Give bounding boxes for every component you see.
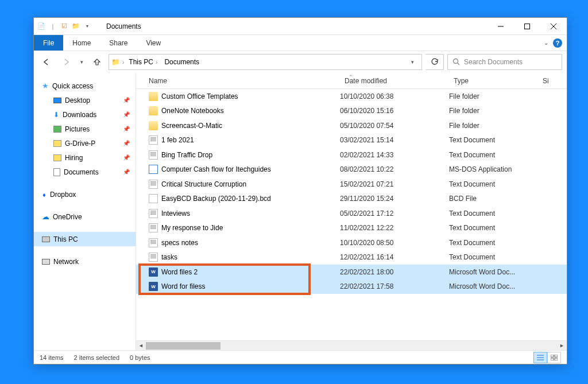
text-file-icon [149, 209, 158, 218]
ribbon-expand-icon[interactable]: ⌄ [544, 40, 548, 46]
folder-icon [53, 154, 61, 161]
pc-icon [42, 236, 50, 242]
breadcrumb-documents[interactable]: Documents [162, 57, 202, 67]
sidebar-this-pc[interactable]: This PC [34, 232, 136, 246]
file-row[interactable]: Screencast-O-Matic05/10/2020 07:54File f… [136, 118, 567, 133]
sidebar-quick-access[interactable]: ★Quick access [34, 79, 136, 93]
close-button[interactable] [540, 18, 567, 35]
scroll-left-icon[interactable]: ◄ [136, 341, 146, 351]
file-row[interactable]: WWord for filess22/02/2021 17:58Microsof… [136, 280, 567, 294]
file-row[interactable]: 1 feb 202103/02/2021 15:14Text Document [136, 133, 567, 148]
up-button[interactable] [89, 54, 105, 70]
file-row[interactable]: WWord files 222/02/2021 18:00Microsoft W… [136, 265, 567, 280]
file-date: 12/02/2021 16:14 [340, 253, 449, 261]
text-file-icon [149, 135, 158, 145]
file-row[interactable]: Bing Traffic Drop02/02/2021 14:33Text Do… [136, 148, 567, 162]
forward-button [58, 54, 74, 70]
tab-file[interactable]: File [34, 35, 63, 51]
file-name: Word for filess [161, 282, 205, 290]
sidebar-item-gdrive[interactable]: G-Drive-P📌 [34, 136, 136, 150]
help-icon[interactable]: ? [553, 38, 562, 48]
sidebar-onedrive[interactable]: ☁OneDrive [34, 210, 136, 224]
file-rows[interactable]: Custom Office Templates10/10/2020 06:38F… [136, 89, 567, 340]
file-date: 22/02/2021 17:58 [340, 282, 449, 290]
file-date: 10/10/2020 06:38 [340, 92, 449, 100]
file-row[interactable]: Critical Structure Corruption15/02/2021 … [136, 177, 567, 192]
file-name: Bing Traffic Drop [161, 151, 212, 159]
file-type: Text Document [449, 224, 538, 232]
status-bytes: 0 bytes [130, 354, 150, 361]
sidebar-item-downloads[interactable]: ⬇Downloads📌 [34, 107, 136, 122]
svg-rect-9 [551, 355, 554, 357]
refresh-button[interactable] [425, 54, 444, 70]
status-selected-count: 2 items selected [74, 354, 119, 361]
file-type: File folder [449, 122, 538, 130]
pin-icon: 📌 [123, 140, 130, 146]
file-date: 03/02/2021 15:14 [340, 136, 449, 144]
file-date: 06/10/2020 15:16 [340, 107, 449, 115]
tab-view[interactable]: View [137, 35, 170, 51]
addressbar[interactable]: 📁 › This PC› Documents ▾ [109, 54, 422, 70]
file-type: Text Document [449, 180, 538, 188]
sidebar-item-hiring[interactable]: Hiring📌 [34, 150, 136, 165]
text-file-icon [149, 238, 158, 247]
text-file-icon [149, 223, 158, 232]
downloads-icon: ⬇ [53, 111, 59, 119]
search-input[interactable]: Search Documents [447, 54, 562, 70]
gdrive-icon [53, 140, 61, 147]
column-headers: ⌃ Name Date modified Type Si [136, 73, 567, 89]
column-size[interactable]: Si [538, 73, 567, 88]
column-type[interactable]: Type [449, 73, 538, 88]
svg-line-5 [458, 63, 460, 65]
file-row[interactable]: Inteviews05/02/2021 17:12Text Document [136, 206, 567, 221]
scroll-right-icon[interactable]: ► [557, 341, 567, 351]
file-row[interactable]: Computer Cash flow for Itechguides08/02/… [136, 162, 567, 177]
titlebar[interactable]: 📄 | ☑ 📁 ▾ Documents [34, 18, 567, 35]
file-name: EasyBCD Backup (2020-11-29).bcd [161, 195, 271, 203]
new-folder-qat-icon[interactable]: 📁 [71, 21, 81, 32]
sidebar-network[interactable]: Network [34, 254, 136, 269]
pin-icon: 📌 [123, 126, 130, 132]
sidebar: ★Quick access Desktop📌 ⬇Downloads📌 Pictu… [34, 73, 136, 350]
address-dropdown-icon[interactable]: ▾ [405, 55, 419, 69]
breadcrumb-sep-icon[interactable]: › [122, 59, 124, 65]
folder-icon [149, 106, 158, 115]
sidebar-item-documents[interactable]: Documents📌 [34, 165, 136, 179]
search-icon [452, 58, 461, 66]
explorer-window: 📄 | ☑ 📁 ▾ Documents File Home Share View… [33, 17, 567, 364]
recent-dropdown-icon[interactable]: ▾ [78, 54, 86, 70]
file-type: MS-DOS Application [449, 165, 538, 173]
tab-share[interactable]: Share [100, 35, 137, 51]
bcd-file-icon [149, 194, 158, 203]
file-date: 05/02/2021 17:12 [340, 210, 449, 218]
back-button[interactable] [38, 54, 55, 70]
scroll-thumb[interactable] [146, 342, 220, 350]
minimize-button[interactable] [488, 18, 514, 35]
view-thumbnails-button[interactable] [547, 352, 561, 363]
file-row[interactable]: tasks12/02/2021 16:14Text Document [136, 250, 567, 265]
horizontal-scrollbar[interactable]: ◄ ► [136, 340, 567, 350]
qat-dropdown-icon[interactable]: ▾ [82, 21, 92, 32]
file-row[interactable]: specs notes10/10/2020 08:50Text Document [136, 235, 567, 250]
file-row[interactable]: Custom Office Templates10/10/2020 06:38F… [136, 89, 567, 104]
view-details-button[interactable] [533, 352, 547, 363]
file-name: Inteviews [161, 210, 190, 218]
file-date: 02/02/2021 14:33 [340, 151, 449, 159]
maximize-button[interactable] [514, 18, 540, 35]
tab-home[interactable]: Home [63, 35, 100, 51]
text-file-icon [149, 253, 158, 262]
sidebar-item-desktop[interactable]: Desktop📌 [34, 93, 136, 107]
file-type: Microsoft Word Doc... [449, 268, 538, 276]
file-row[interactable]: My response to Jide11/02/2021 12:22Text … [136, 221, 567, 236]
sidebar-item-pictures[interactable]: Pictures📌 [34, 122, 136, 136]
breadcrumb-this-pc[interactable]: This PC› [126, 57, 160, 67]
column-name[interactable]: Name [136, 73, 340, 88]
file-type: Text Document [449, 253, 538, 261]
file-name: Word files 2 [161, 268, 198, 276]
column-date[interactable]: Date modified [340, 73, 449, 88]
sidebar-dropbox[interactable]: ⬧Dropbox [34, 187, 136, 201]
file-row[interactable]: OneNote Notebooks06/10/2020 15:16File fo… [136, 104, 567, 119]
text-file-icon [149, 150, 158, 160]
file-row[interactable]: EasyBCD Backup (2020-11-29).bcd29/11/202… [136, 192, 567, 207]
properties-qat-icon[interactable]: ☑ [59, 21, 69, 32]
